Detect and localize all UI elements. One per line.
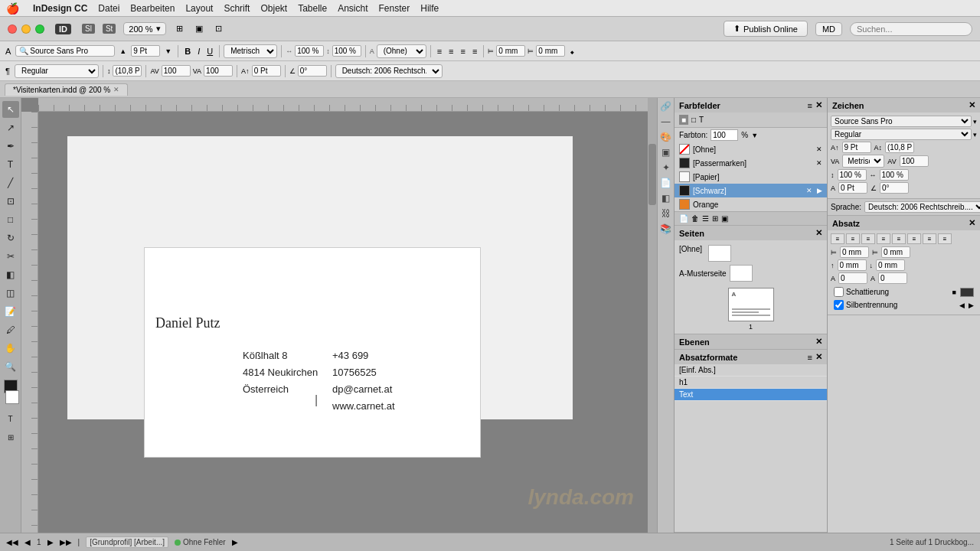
color-row-schwarz[interactable]: [Schwarz] ✕ ▶ <box>675 184 827 197</box>
format-text[interactable]: Text <box>675 389 827 401</box>
selection-tool[interactable]: ↖ <box>2 101 19 118</box>
drop-cap-chars[interactable] <box>878 272 907 284</box>
color-row-orange[interactable]: Orange <box>675 197 827 211</box>
zeichen-close-icon[interactable]: ✕ <box>969 100 975 110</box>
leading-input[interactable] <box>113 65 142 77</box>
close-button[interactable] <box>8 24 17 34</box>
opentype-select[interactable]: Metrisch <box>224 44 277 58</box>
scale-v-input[interactable] <box>332 45 361 57</box>
swatches-panel-icon[interactable]: ▣ <box>662 147 670 158</box>
zoom-chevron-icon[interactable]: ▾ <box>156 24 161 34</box>
links-icon[interactable]: 🔗 <box>660 101 671 112</box>
absatz-header[interactable]: Absatz ✕ <box>828 216 980 230</box>
ebenen-close-icon[interactable]: ✕ <box>815 337 822 347</box>
prev-page-icon[interactable]: ◀ <box>24 538 31 546</box>
paragraph-icon[interactable]: ¶ <box>3 66 12 77</box>
menu-hilfe[interactable]: Hilfe <box>420 3 439 14</box>
align-justify-last-center-btn[interactable]: ≡ <box>907 233 921 244</box>
zeichen-kerning-select[interactable]: Metrisch <box>842 155 884 168</box>
text-color-icon[interactable]: T <box>699 116 704 124</box>
silbentrennung-left-icon[interactable]: ◀ <box>959 302 965 309</box>
language-select[interactable]: Deutsch: 2006 Rechtsch... <box>335 64 443 78</box>
kerning-input[interactable] <box>162 65 191 77</box>
stroke-color-swatch[interactable] <box>5 390 19 404</box>
baseline-input[interactable] <box>252 65 281 77</box>
direct-selection-tool[interactable]: ↗ <box>2 119 19 136</box>
frame-grid-tool[interactable]: ⊞ <box>2 429 19 445</box>
space-before-val[interactable] <box>838 259 867 271</box>
frame-mode-icon[interactable]: ▣ <box>193 23 205 34</box>
color-panel-icon[interactable]: 🎨 <box>660 132 671 142</box>
swatch-thumb-icon[interactable]: ▣ <box>721 214 728 223</box>
zeichen-font-chevron[interactable]: ▾ <box>973 118 977 126</box>
italic-icon[interactable]: I <box>195 46 202 57</box>
zeichen-tracking-input[interactable] <box>900 155 929 167</box>
align-left-btn[interactable]: ≡ <box>831 233 844 244</box>
absatzformate-menu-icon[interactable]: ≡ <box>808 353 812 362</box>
swatch-menu-icon[interactable]: ☰ <box>702 214 709 223</box>
title-search-input[interactable] <box>850 22 972 36</box>
zeichen-size-input[interactable] <box>842 142 871 153</box>
silbentrennung-checkbox[interactable] <box>834 300 844 310</box>
stroke-icon[interactable]: □ <box>691 116 696 124</box>
links-icon2[interactable]: ⛓ <box>662 208 671 219</box>
swatch-list-icon[interactable]: ⊞ <box>712 214 718 223</box>
farbfelder-header[interactable]: Farbfelder ≡ ✕ <box>675 98 827 112</box>
menu-schrift[interactable]: Schrift <box>224 3 250 14</box>
seiten-close-icon[interactable]: ✕ <box>815 228 822 238</box>
apple-menu-icon[interactable]: 🍎 <box>6 2 19 15</box>
v-scrollbar-thumb[interactable] <box>648 144 656 205</box>
align-right-btn[interactable]: ≡ <box>861 233 875 244</box>
stroke-panel-icon[interactable]: — <box>662 116 671 127</box>
view-mode-icon[interactable]: ⊞ <box>174 23 185 34</box>
angle-input[interactable] <box>298 65 327 77</box>
align-justify-all-btn[interactable]: ≡ <box>938 233 952 244</box>
menu-layout[interactable]: Layout <box>185 3 213 14</box>
minimize-button[interactable] <box>21 24 31 34</box>
text-frame-tool[interactable]: T <box>2 410 19 427</box>
zeichen-angle-input[interactable] <box>880 182 909 194</box>
font-size-up-icon[interactable]: ▲ <box>117 47 129 56</box>
next-spread-icon[interactable]: ▶▶ <box>60 538 72 546</box>
color-fill-icon[interactable]: ⬥ <box>567 46 577 57</box>
zeichen-leading-input[interactable] <box>885 142 914 153</box>
new-swatch-icon[interactable]: 📄 <box>679 214 688 223</box>
menu-ansicht[interactable]: Ansicht <box>338 3 368 14</box>
farbton-input[interactable] <box>710 129 738 141</box>
align-right-icon[interactable]: ≡ <box>459 46 468 57</box>
align-justify-btn[interactable]: ≡ <box>877 233 890 244</box>
canvas-v-scrollbar[interactable] <box>648 98 657 533</box>
business-card[interactable]: Daniel Putz Kößlhalt 8 4814 Neukirchen Ö… <box>144 247 481 458</box>
bold-icon[interactable]: B <box>182 46 193 57</box>
color-none-x[interactable]: ✕ <box>816 145 822 153</box>
document-tab[interactable]: *Visitenkarten.indd @ 200 % ✕ <box>5 83 128 96</box>
zoom-control[interactable]: 200 % ▾ <box>123 22 165 35</box>
indent-left-input[interactable] <box>496 45 525 57</box>
tracking-input[interactable] <box>204 65 233 77</box>
gradient-feather-tool[interactable]: ◫ <box>2 285 19 302</box>
seiten-header[interactable]: Seiten ✕ <box>675 226 827 240</box>
schattierung-checkbox[interactable] <box>834 287 844 297</box>
zeichen-scale-h-input[interactable] <box>880 169 909 181</box>
indent-right-input[interactable] <box>536 45 565 57</box>
indent-left-val[interactable] <box>840 246 869 258</box>
color-passermarken-x[interactable]: ✕ <box>816 159 822 167</box>
text-tool[interactable]: T <box>2 156 19 173</box>
next-page-icon[interactable]: ▶ <box>47 538 54 546</box>
silbentrennung-right-icon[interactable]: ▶ <box>969 302 974 309</box>
schattierung-color-swatch[interactable] <box>960 288 974 297</box>
color-row-papier[interactable]: [Papier] <box>675 170 827 184</box>
rect-tool[interactable]: □ <box>2 211 19 228</box>
underline-icon[interactable]: U <box>204 46 215 57</box>
preflight-arrow-icon[interactable]: ▶ <box>232 538 238 546</box>
color-row-passermarken[interactable]: [Passermarken] ✕ <box>675 156 827 170</box>
note-tool[interactable]: 📝 <box>2 303 19 320</box>
farbfelder-close-icon[interactable]: ≡ <box>808 101 812 110</box>
align-justify-icon[interactable]: ≡ <box>470 46 479 57</box>
menu-bearbeiten[interactable]: Bearbeiten <box>130 3 175 14</box>
page-1-thumbnail[interactable]: A <box>728 288 774 321</box>
sprache-select[interactable]: Deutsch: 2006 Rechtschreib.... <box>864 201 980 213</box>
absatzformate-header[interactable]: Absatzformate ≡ ✕ <box>675 350 827 364</box>
menu-indesign[interactable]: InDesign CC <box>33 3 87 14</box>
zeichen-baseline-input[interactable] <box>838 182 867 194</box>
